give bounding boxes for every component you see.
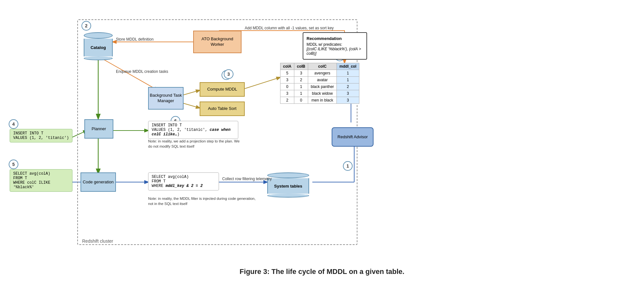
system-tables-node: System tables (267, 172, 309, 198)
table-row: 20men in black3 (280, 97, 359, 104)
insert-modified-block: INSERT INTO T VALUES (1, 2, 'titanic', c… (148, 121, 238, 139)
note-select: Note: in reality, the MDDL filter is inj… (148, 196, 258, 206)
select-modified-block: SELECT avg(colA) FROM T WHERE mddl_key &… (148, 172, 219, 190)
codegen-node: Code generation (80, 172, 116, 192)
table-row: 53avengers1 (280, 70, 359, 77)
badge-1: 1 (343, 161, 353, 171)
planner-node: Planner (84, 119, 113, 139)
label-telemetry: Collect row filtering telemetry (222, 177, 272, 181)
label-store-mddl: Store MDDL definition (116, 37, 154, 42)
col-a-header: colA (280, 63, 294, 70)
col-c-header: colC (308, 63, 337, 70)
auto-table-sort-node: Auto Table Sort (200, 102, 245, 116)
badge-5: 5 (9, 160, 18, 169)
select-original-block: SELECT avg(colA)FROM TWHERE colC ILIKE '… (10, 169, 72, 192)
figure-caption: Figure 3: The life cycle of MDDL on a gi… (0, 264, 644, 277)
insert-original-block: INSERT INTO TVALUES (1, 2, 'titanic') (10, 129, 72, 142)
note-insert: Note: in reality, we add a projection st… (148, 139, 245, 149)
mddl-col-header: mddl_col (337, 63, 359, 70)
table-row: 32avatar1 (280, 77, 359, 83)
mddl-table: colA colB colC mddl_col 53avengers1 32av… (280, 63, 359, 104)
recommendation-title: Recommendation (307, 36, 363, 41)
label-enqueue: Enqueue MDDL creation tasks (116, 69, 168, 74)
advisor-node: Redshift Advisor (332, 127, 374, 147)
btm-node: Background Task Manager (148, 87, 184, 110)
compute-mddl-node: Compute MDDL (200, 82, 245, 97)
table-row: 01black panther2 (280, 83, 359, 90)
catalog-node: Catalog (84, 32, 113, 60)
badge-3-pos: 3 (224, 69, 233, 79)
table-row: 31black widow3 (280, 90, 359, 97)
badge-2a: 2 (81, 21, 91, 31)
cluster-label: Redshift cluster (82, 238, 113, 244)
ato-worker-node: ATO Background Worker (193, 31, 242, 53)
label-add-mddl: Add MDDL column with all -1 values, set … (245, 26, 335, 30)
recommendation-subtitle: MDDL w/ predicates: (307, 42, 363, 47)
col-b-header: colB (294, 63, 308, 70)
recommendation-content: [(colC ILIKE '%black%'), (colA > colB)] (307, 47, 363, 56)
recommendation-box: Recommendation MDDL w/ predicates: [(col… (303, 32, 367, 60)
badge-4: 4 (9, 119, 18, 129)
